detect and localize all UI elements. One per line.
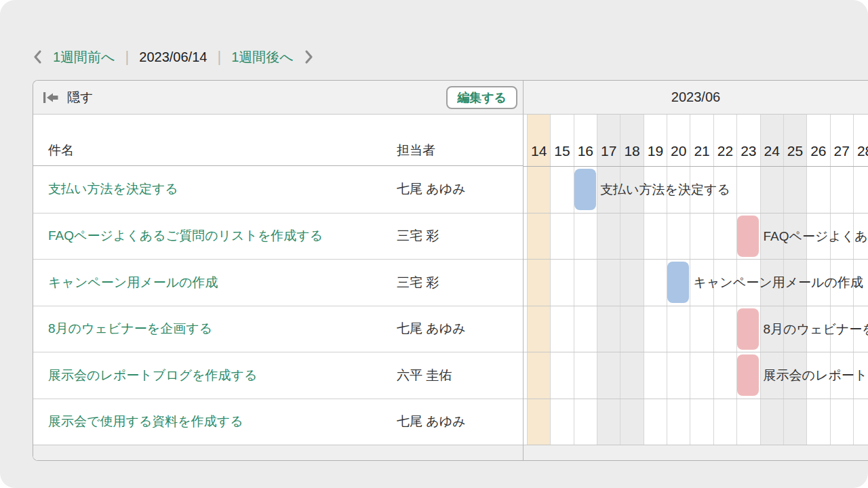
task-subject-cell: 8月のウェビナーを企画する bbox=[33, 320, 397, 338]
chart-row: 8月のウェビナーを企画する bbox=[524, 306, 868, 352]
panel-header-left: 隠す 編集する bbox=[33, 81, 524, 115]
task-link[interactable]: 展示会で使用する資料を作成する bbox=[48, 414, 243, 428]
next-week-link[interactable]: 1週間後へ bbox=[231, 48, 294, 66]
task-assignee: 七尾 あゆみ bbox=[397, 413, 523, 430]
task-link[interactable]: 8月のウェビナーを企画する bbox=[48, 321, 212, 336]
task-subject-cell: 支払い方法を決定する bbox=[33, 180, 397, 198]
table-row: FAQページよくあるご質問のリストを作成する 三宅 彩 bbox=[33, 213, 523, 260]
gantt-bar[interactable] bbox=[737, 216, 759, 257]
chart-row: 展示会のレポートブログを作成する bbox=[524, 352, 868, 399]
table-column-header: 件名 担当者 bbox=[33, 115, 523, 166]
day-number: 15 bbox=[551, 143, 573, 159]
gantt-bar[interactable] bbox=[667, 262, 689, 303]
chart-row: キャンペーン用メールの作成 bbox=[524, 259, 868, 306]
task-subject-cell: FAQページよくあるご質問のリストを作成する bbox=[33, 227, 397, 245]
gantt-bar-label: キャンペーン用メールの作成 bbox=[693, 260, 863, 306]
task-subject-cell: 展示会のレポートブログを作成する bbox=[33, 367, 397, 384]
chart-row bbox=[524, 399, 868, 445]
collapse-left-icon bbox=[43, 92, 59, 104]
week-navigation: 1週間前へ | 2023/06/14 | 1週間後へ bbox=[33, 46, 314, 68]
day-number: 17 bbox=[597, 143, 620, 159]
gantt-bar[interactable] bbox=[737, 354, 759, 396]
current-date-label: 2023/06/14 bbox=[139, 49, 207, 65]
day-number: 27 bbox=[831, 143, 853, 159]
day-number: 19 bbox=[644, 143, 667, 159]
task-assignee: 六平 圭佑 bbox=[397, 367, 523, 384]
chart-body: 14 15 16 17 18 19 20 21 22 23 24 25 26 2… bbox=[524, 115, 868, 445]
table-row: 支払い方法を決定する 七尾 あゆみ bbox=[33, 166, 523, 213]
prev-week-link[interactable]: 1週間前へ bbox=[53, 48, 115, 66]
gantt-chart: 14 15 16 17 18 19 20 21 22 23 24 25 26 2… bbox=[524, 115, 868, 460]
task-assignee: 七尾 あゆみ bbox=[397, 180, 523, 198]
task-rows: 支払い方法を決定する 七尾 あゆみ FAQページよくあるご質問のリストを作成する… bbox=[33, 166, 523, 445]
day-number: 25 bbox=[784, 143, 806, 159]
gantt-bar[interactable] bbox=[737, 308, 759, 350]
task-link[interactable]: 支払い方法を決定する bbox=[48, 182, 178, 196]
day-number: 14 bbox=[528, 143, 550, 159]
table-row: キャンペーン用メールの作成 三宅 彩 bbox=[33, 259, 523, 306]
nav-separator: | bbox=[125, 48, 130, 66]
gantt-panel: 隠す 編集する 2023/06 件名 担当者 支払い方法を決定する 七尾 あゆみ… bbox=[33, 80, 868, 461]
edit-button[interactable]: 編集する bbox=[446, 86, 517, 109]
column-header-assignee: 担当者 bbox=[397, 142, 523, 159]
day-number: 26 bbox=[807, 143, 829, 159]
day-number: 23 bbox=[737, 143, 760, 159]
table-row: 展示会のレポートブログを作成する 六平 圭佑 bbox=[33, 352, 523, 399]
day-number: 18 bbox=[620, 143, 643, 159]
table-footer bbox=[33, 445, 523, 460]
gantt-bar-label: 支払い方法を決定する bbox=[600, 167, 730, 214]
task-table: 件名 担当者 支払い方法を決定する 七尾 あゆみ FAQページよくあるご質問のリ… bbox=[33, 115, 524, 460]
gantt-bar[interactable] bbox=[574, 169, 596, 210]
task-assignee: 七尾 あゆみ bbox=[397, 320, 523, 338]
task-link[interactable]: FAQページよくあるご質問のリストを作成する bbox=[48, 228, 323, 243]
task-subject-cell: キャンペーン用メールの作成 bbox=[33, 274, 397, 291]
chart-footer bbox=[524, 445, 868, 460]
day-number: 22 bbox=[714, 143, 736, 159]
chevron-left-icon[interactable] bbox=[33, 49, 43, 64]
chart-rows: 支払い方法を決定する FAQページよくあるご質問のリストを作成する キャンペーン… bbox=[524, 166, 868, 445]
task-link[interactable]: キャンペーン用メールの作成 bbox=[48, 275, 218, 289]
month-label: 2023/06 bbox=[671, 89, 720, 105]
day-number: 16 bbox=[574, 143, 597, 159]
gantt-page: 1週間前へ | 2023/06/14 | 1週間後へ 隠す 編集する 2023/… bbox=[0, 0, 868, 488]
nav-separator: | bbox=[217, 48, 221, 66]
day-number: 24 bbox=[761, 143, 783, 159]
gantt-bar-label: 展示会のレポートブログを作成する bbox=[764, 352, 868, 399]
hide-sidebar-button[interactable]: 隠す bbox=[43, 89, 93, 106]
chevron-right-icon[interactable] bbox=[304, 49, 314, 64]
chart-row: 支払い方法を決定する bbox=[524, 166, 868, 213]
task-subject-cell: 展示会で使用する資料を作成する bbox=[33, 413, 397, 430]
task-assignee: 三宅 彩 bbox=[397, 227, 523, 245]
table-row: 展示会で使用する資料を作成する 七尾 あゆみ bbox=[33, 399, 523, 445]
month-header: 2023/06 bbox=[524, 81, 868, 115]
task-assignee: 三宅 彩 bbox=[397, 274, 523, 291]
hide-label: 隠す bbox=[67, 89, 93, 106]
column-header-subject: 件名 bbox=[33, 142, 397, 159]
chart-row: FAQページよくあるご質問のリストを作成する bbox=[524, 213, 868, 260]
table-row: 8月のウェビナーを企画する 七尾 あゆみ bbox=[33, 306, 523, 352]
day-number: 21 bbox=[690, 143, 713, 159]
gantt-bar-label: FAQページよくあるご質問のリストを作成する bbox=[764, 214, 868, 260]
task-link[interactable]: 展示会のレポートブログを作成する bbox=[48, 368, 257, 382]
day-number: 20 bbox=[667, 143, 690, 159]
gantt-bar-label: 8月のウェビナーを企画する bbox=[764, 306, 868, 353]
day-number: 28 bbox=[854, 143, 868, 159]
